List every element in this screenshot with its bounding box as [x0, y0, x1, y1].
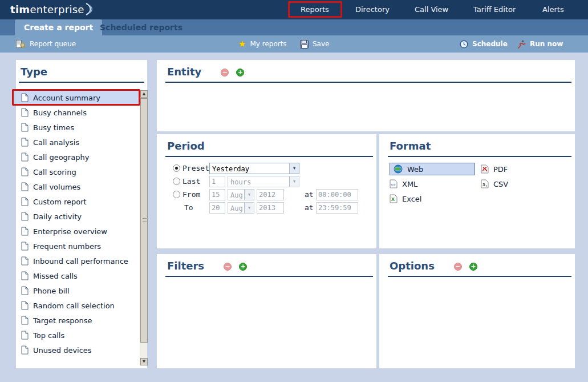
nav-alerts[interactable]: Alerts — [542, 0, 564, 19]
to-time-input[interactable] — [316, 202, 358, 214]
list-item-label: Busy channels — [33, 108, 87, 117]
tab-create-a-report[interactable]: Create a report — [15, 19, 102, 35]
save-button[interactable]: Save — [300, 35, 329, 53]
document-icon — [21, 256, 29, 266]
xml-icon: <> — [390, 179, 398, 188]
options-panel-title: Options — [390, 260, 435, 272]
add-option-icon[interactable]: + — [469, 263, 477, 271]
my-reports-button[interactable]: ★ My reports — [238, 35, 287, 53]
list-item-target-response[interactable]: Target response — [16, 313, 140, 328]
list-item-phone-bill[interactable]: Phone bill — [16, 283, 140, 298]
document-icon — [21, 242, 29, 251]
scrollbar-up-arrow-icon[interactable]: ▲ — [140, 90, 148, 98]
add-entity-icon[interactable]: + — [236, 69, 244, 77]
period-panel-title: Period — [167, 140, 205, 152]
document-icon — [21, 301, 29, 310]
to-year-input[interactable] — [257, 202, 284, 214]
list-item-label: Call scoring — [33, 168, 76, 176]
add-filter-icon[interactable]: + — [239, 263, 247, 271]
list-item-inbound-call-performance[interactable]: Inbound call performance — [16, 254, 140, 268]
to-month-value: Aug — [228, 203, 244, 213]
from-time-input[interactable] — [316, 189, 358, 200]
logo-swoosh-icon — [86, 2, 95, 16]
run-now-button[interactable]: Run now — [517, 35, 563, 53]
list-item-busy-channels[interactable]: Busy channels — [16, 105, 140, 120]
nav-reports[interactable]: Reports — [301, 0, 329, 19]
preset-dropdown-value: Yesterday — [210, 163, 289, 174]
document-icon — [21, 197, 29, 206]
list-item-call-geography[interactable]: Call geography — [16, 150, 140, 164]
type-list-scrollbar[interactable]: ▲ ▼ — [140, 90, 147, 365]
last-unit-dropdown[interactable]: hours ▼ — [228, 176, 299, 187]
remove-option-icon[interactable]: − — [454, 263, 462, 271]
clock-icon — [460, 40, 468, 49]
format-option-pdf[interactable]: PDF — [481, 163, 508, 175]
dropdown-arrow-icon[interactable]: ▼ — [244, 203, 254, 213]
report-queue-button[interactable]: Report queue — [16, 35, 76, 53]
format-option-label: PDF — [493, 165, 508, 174]
scrollbar-down-arrow-icon[interactable]: ▼ — [140, 358, 148, 365]
from-year-input[interactable] — [257, 189, 284, 200]
list-item-enterprise-overview[interactable]: Enterprise overview — [16, 224, 140, 239]
format-option-xml[interactable]: <> XML — [390, 178, 417, 190]
dropdown-arrow-icon[interactable]: ▼ — [289, 176, 299, 187]
save-icon — [300, 40, 309, 49]
document-icon — [21, 167, 29, 176]
list-item-unused-devices[interactable]: Unused devices — [16, 343, 140, 357]
filters-panel-title: Filters — [167, 260, 204, 272]
nav-directory[interactable]: Directory — [355, 0, 390, 19]
list-item-label: Frequent numbers — [33, 242, 101, 251]
list-item-account-summary[interactable]: Account summary — [16, 90, 140, 105]
svg-text:a,: a, — [482, 182, 488, 187]
list-item-top-calls[interactable]: Top calls — [16, 328, 140, 343]
list-item-missed-calls[interactable]: Missed calls — [16, 268, 140, 283]
tab-scheduled-reports[interactable]: Scheduled reports — [100, 19, 183, 35]
period-panel-rule — [165, 156, 373, 157]
list-item-busy-times[interactable]: Busy times — [16, 120, 140, 135]
svg-text:<>: <> — [391, 183, 395, 187]
document-icon — [21, 286, 29, 295]
entity-panel-title: Entity — [167, 66, 201, 78]
from-month-dropdown[interactable]: Aug ▼ — [228, 189, 254, 200]
list-item-label: Top calls — [33, 331, 64, 340]
list-item-call-analysis[interactable]: Call analysis — [16, 135, 140, 150]
to-month-dropdown[interactable]: Aug ▼ — [228, 202, 254, 214]
list-item-label: Random call selection — [33, 301, 115, 310]
dropdown-arrow-icon[interactable]: ▼ — [244, 190, 254, 200]
to-day-input[interactable] — [209, 202, 225, 214]
list-item-label: Inbound call performance — [33, 257, 128, 266]
nav-call-view[interactable]: Call View — [415, 0, 448, 19]
star-icon: ★ — [238, 40, 246, 49]
last-value-input[interactable] — [209, 176, 225, 187]
type-panel: Type Account summary Busy channels Busy … — [16, 60, 147, 368]
document-icon — [21, 108, 29, 117]
scrollbar-thumb[interactable] — [140, 98, 148, 343]
list-item-label: Daily activity — [33, 212, 82, 221]
options-panel-rule — [388, 276, 571, 277]
format-option-web[interactable]: Web — [390, 163, 475, 175]
list-item-call-scoring[interactable]: Call scoring — [16, 164, 140, 179]
my-reports-label: My reports — [250, 40, 286, 48]
preset-radio[interactable] — [173, 164, 180, 172]
from-radio[interactable] — [173, 191, 180, 198]
list-item-frequent-numbers[interactable]: Frequent numbers — [16, 239, 140, 254]
top-navigation-bar: timenterprise Reports Directory Call Vie… — [0, 0, 588, 19]
remove-filter-icon[interactable]: − — [224, 263, 232, 271]
from-day-input[interactable] — [209, 189, 225, 200]
document-icon — [21, 93, 29, 102]
format-option-excel[interactable]: X Excel — [390, 192, 421, 205]
format-option-csv[interactable]: a, CSV — [481, 178, 508, 190]
list-item-call-volumes[interactable]: Call volumes — [16, 179, 140, 194]
nav-tariff-editor[interactable]: Tariff Editor — [473, 0, 516, 19]
list-item-random-call-selection[interactable]: Random call selection — [16, 298, 140, 313]
preset-dropdown[interactable]: Yesterday ▼ — [209, 163, 299, 174]
list-item-daily-activity[interactable]: Daily activity — [16, 209, 140, 224]
report-queue-icon — [16, 40, 26, 49]
document-icon — [21, 182, 29, 191]
dropdown-arrow-icon[interactable]: ▼ — [289, 163, 299, 174]
remove-entity-icon[interactable]: − — [221, 69, 229, 77]
list-item-custom-report[interactable]: Custom report — [16, 194, 140, 209]
last-radio[interactable] — [173, 178, 180, 185]
to-label: To — [184, 203, 193, 212]
schedule-button[interactable]: Schedule — [460, 35, 508, 53]
